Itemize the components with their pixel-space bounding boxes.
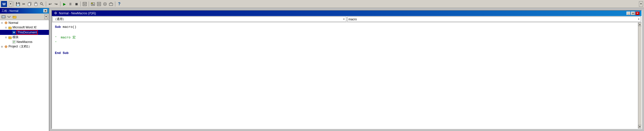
paste-icon[interactable]	[33, 1, 39, 7]
tree-item-microsoft-word[interactable]: ⊟ Microsoft Word 对	[0, 25, 49, 30]
tree-label-normal: Normal	[9, 21, 18, 25]
object-dropdown[interactable]: （通用） ▼	[52, 17, 346, 22]
project-panel-close-button[interactable]: ✕	[43, 9, 47, 13]
project-doc1-gear-icon	[4, 45, 8, 49]
svg-rect-19	[109, 3, 113, 6]
object-dropdown-arrow: ▼	[343, 18, 345, 20]
save-icon[interactable]: 💾	[15, 1, 21, 7]
module-folder-icon	[8, 35, 12, 39]
tree-item-new-macros[interactable]: NewMacros	[0, 40, 49, 44]
svg-point-4	[40, 3, 42, 5]
expand-module-icon[interactable]: ⊟	[4, 35, 8, 39]
tree-item-normal[interactable]: ⊟ Normal	[0, 21, 49, 25]
svg-rect-3	[35, 2, 37, 4]
separator-3	[60, 2, 60, 7]
expand-normal-icon[interactable]: ⊟	[0, 21, 4, 25]
code-window-restore-button[interactable]: ▭	[631, 12, 635, 15]
comment-line-1: ' macro 宏	[55, 36, 76, 39]
tree-label-new-macros: NewMacros	[17, 40, 32, 44]
properties-icon[interactable]	[96, 1, 102, 7]
project-panel-title: 工程 - Normal	[2, 9, 18, 13]
project-panel-scroll-arrow[interactable]: ▼	[44, 15, 48, 19]
svg-point-27	[6, 23, 6, 23]
vertical-scrollbar[interactable]: ▲ ▼	[638, 23, 641, 128]
macro-name: macro()	[63, 25, 76, 29]
proc-dropdown-value: macro	[349, 18, 638, 21]
tree-item-module-folder[interactable]: ⊟ 模块	[0, 35, 49, 40]
object-browser-icon[interactable]	[102, 1, 108, 7]
copy-icon[interactable]	[27, 1, 33, 7]
svg-rect-25	[13, 16, 14, 17]
scrollbar-down-arrow[interactable]: ▼	[638, 125, 642, 128]
main-area: 工程 - Normal ✕ ▼ ⊟	[0, 8, 644, 131]
cut-icon[interactable]: ✂	[21, 1, 27, 7]
view-code-button[interactable]	[7, 14, 12, 19]
code-line-4: '	[55, 40, 635, 45]
code-editor[interactable]: Sub macro() ' macro 宏 ' End Sub	[52, 23, 638, 128]
comment-line-2: '	[55, 41, 57, 44]
project-panel: 工程 - Normal ✕ ▼ ⊟	[0, 8, 49, 131]
toggle-folders-button[interactable]	[12, 14, 17, 19]
tree-item-project-doc1[interactable]: ⊞ Project（文档1）	[0, 44, 49, 49]
svg-rect-1	[28, 3, 30, 6]
project-panel-titlebar: 工程 - Normal ✕	[0, 8, 49, 14]
separator-5	[89, 2, 89, 7]
right-panel: Normal - NewMacros (代码) _ ▭ ✕ （通用） ▼ mac…	[49, 8, 644, 131]
svg-text:AB: AB	[83, 4, 86, 5]
code-window-titlebar: Normal - NewMacros (代码) _ ▭ ✕	[52, 11, 641, 16]
code-area-row: Sub macro() ' macro 宏 ' End Sub ▲ ▼	[52, 23, 641, 128]
this-doc-word-icon: W	[12, 30, 16, 34]
svg-rect-10	[91, 3, 93, 4]
expand-this-doc-icon	[8, 30, 12, 34]
svg-line-23	[9, 16, 11, 18]
code-window-title: Normal - NewMacros (代码)	[59, 11, 96, 16]
view-object-button[interactable]	[1, 14, 6, 19]
proc-dropdown-arrow: ▼	[638, 18, 640, 20]
project-explorer-icon[interactable]	[90, 1, 96, 7]
help-icon[interactable]: ?	[117, 1, 122, 7]
svg-rect-29	[9, 27, 10, 28]
find-icon[interactable]	[39, 1, 45, 7]
pause-icon[interactable]: ⏸	[68, 1, 73, 7]
main-toolbar: W ▼ 💾 ✂ ↩ ↪ ▶ ⏸ ⏹ AB ? ▼	[0, 0, 644, 8]
sub-keyword: Sub	[55, 25, 63, 29]
project-tree: ⊟ Normal ⊟ Microsoft Word 对	[0, 20, 49, 131]
expand-project-doc1-icon[interactable]: ⊞	[0, 45, 4, 49]
code-window-title-left: Normal - NewMacros (代码)	[54, 11, 96, 16]
end-sub-keyword: End Sub	[55, 51, 69, 55]
app-menu-dropdown[interactable]: ▼	[9, 1, 12, 7]
svg-line-5	[42, 4, 44, 6]
separator-4	[80, 2, 81, 7]
new-macros-module-icon	[12, 40, 16, 44]
separator-2	[46, 2, 46, 7]
tree-label-ms-word: Microsoft Word 对	[13, 25, 37, 30]
redo-icon[interactable]: ↪	[53, 1, 59, 7]
svg-line-22	[8, 16, 9, 18]
svg-rect-31	[9, 37, 10, 37]
code-window-minimize-button[interactable]: _	[626, 12, 630, 15]
project-panel-toolbar: ▼	[0, 14, 49, 20]
separator-1	[14, 2, 14, 7]
code-window-icon	[54, 11, 57, 16]
code-line-2	[55, 30, 635, 35]
proc-dropdown[interactable]: macro ▼	[347, 17, 641, 22]
expand-ms-word-icon[interactable]: ⊟	[4, 26, 8, 30]
separator-6	[115, 2, 115, 7]
svg-point-39	[55, 13, 56, 13]
toolbox-icon[interactable]	[108, 1, 114, 7]
code-line-1: Sub macro()	[55, 25, 635, 30]
normal-gear-icon	[4, 21, 8, 25]
svg-point-18	[104, 4, 105, 5]
tree-item-this-document[interactable]: W ThisDocument	[0, 30, 49, 35]
expand-new-macros-icon	[8, 40, 12, 44]
scrollbar-up-arrow[interactable]: ▲	[638, 23, 642, 26]
run-icon[interactable]: ▶	[62, 1, 67, 7]
code-window-close-button[interactable]: ✕	[635, 12, 639, 15]
stop-icon[interactable]: ⏹	[74, 1, 79, 7]
tree-label-this-document: ThisDocument	[17, 30, 38, 35]
design-mode-icon[interactable]: AB	[82, 1, 87, 7]
toolbar-scroll-indicator[interactable]: ▼	[639, 1, 643, 7]
svg-rect-21	[2, 16, 5, 18]
ms-word-folder-icon	[8, 26, 12, 30]
undo-icon[interactable]: ↩	[47, 1, 53, 7]
